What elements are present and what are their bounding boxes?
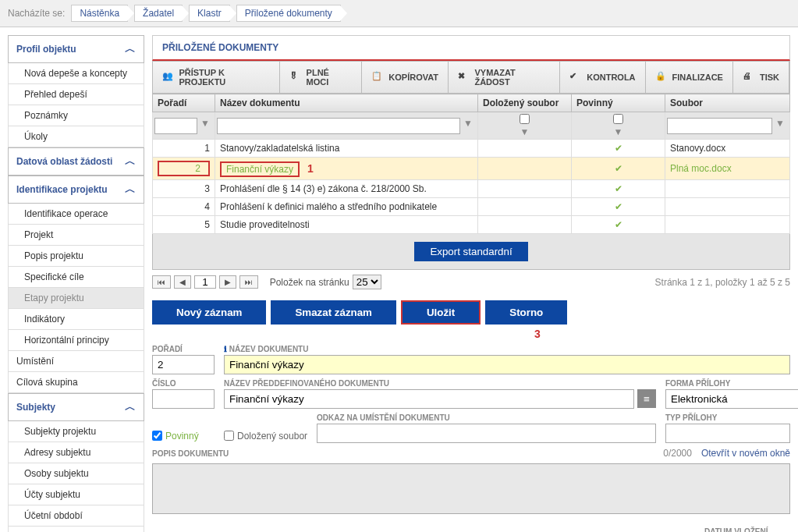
dolozeny-checkbox[interactable]: Doložený soubor [224,431,307,442]
sidebar-item-cznace[interactable]: CZ NACE [8,527,144,532]
sidebar-header-subjekty[interactable]: Subjekty︿ [8,393,144,421]
pager: ⏮ ◀ ▶ ⏭ Položek na stránku 25 Stránka 1 … [152,270,790,294]
toolbar-kontrola[interactable]: ✔KONTROLA [560,62,645,93]
toolbar-tisk[interactable]: 🖨TISK [733,62,789,93]
sidebar-item-umisteni[interactable]: Umístění [8,351,144,372]
predef-input[interactable] [224,389,634,409]
th-poradi[interactable]: Pořadí [153,94,215,112]
cislo-input[interactable] [152,389,215,409]
filter-icon[interactable]: ▼ [197,118,213,134]
table-row[interactable]: 3 Prohlášení dle § 14 (3) e) zákona č. 2… [153,180,790,198]
filter-dolozeny-cb[interactable] [480,114,569,124]
delete-button[interactable]: Smazat záznam [271,300,396,325]
filter-icon[interactable]: ▼ [611,126,626,137]
povinny-checkbox[interactable]: Povinný [152,431,199,442]
table-row[interactable]: 4 Prohlášení k definici malého a střední… [153,198,790,216]
cell-name: Studie proveditelnosti [215,216,478,234]
filter-icon[interactable]: ▼ [460,118,476,134]
sidebar-item-projekt[interactable]: Projekt [8,225,144,246]
toolbar-plnemoci[interactable]: 🎖PLNÉ MOCI [280,62,362,93]
export-button[interactable]: Export standardní [414,242,527,261]
typ-input[interactable] [665,424,790,443]
action-buttons: Nový záznam Smazat záznam Uložit Storno [152,300,790,325]
pager-prev[interactable]: ◀ [174,275,191,289]
th-soubor[interactable]: Soubor [665,94,790,112]
sidebar-item-ukoly[interactable]: Úkoly [8,126,144,147]
table-row[interactable]: 1 Stanovy/zakladatelská listina ✔ Stanov… [153,140,790,158]
cell-n: 1 [153,140,215,158]
perpage-select[interactable]: 25 [353,275,381,289]
save-button[interactable]: Uložit [403,302,479,323]
sidebar-item-osoby[interactable]: Osoby subjektu [8,463,144,484]
nazev-input[interactable] [224,355,790,374]
chevron-up-icon: ︿ [125,183,136,197]
pager-last[interactable]: ⏭ [239,275,258,289]
table-row[interactable]: 5 Studie proveditelnosti ✔ [153,216,790,234]
toolbar-pristup[interactable]: 👥PŘÍSTUP K PROJEKTU [153,62,280,93]
filter-icon[interactable]: ▼ [517,126,533,137]
filter-povinny-cb[interactable] [573,114,663,124]
crumb-dokumenty[interactable]: Přiložené dokumenty [236,5,341,22]
sidebar-item-adresy[interactable]: Adresy subjektu [8,442,144,463]
pager-next[interactable]: ▶ [219,275,236,289]
sidebar-item-operace[interactable]: Identifikace operace [8,204,144,225]
table-row[interactable]: 2 Finanční výkazy 1 ✔ Plná moc.docx [153,158,790,180]
pager-page[interactable] [194,275,216,289]
cell-file [665,198,790,216]
delete-icon: ✖ [458,71,470,83]
new-button[interactable]: Nový záznam [152,300,266,325]
forma-label: FORMA PŘÍLOHY [665,379,790,388]
cell-povinny: ✔ [572,180,665,198]
sidebar-item-prehled[interactable]: Přehled depeší [8,84,144,105]
sidebar-header-identifikace[interactable]: Identifikace projektu︿ [8,176,144,204]
sidebar-header-profil[interactable]: Profil objektu︿ [8,35,144,63]
cell-n: 5 [153,216,215,234]
page-info: Stránka 1 z 1, položky 1 až 5 z 5 [655,277,790,288]
sidebar-item-ucty[interactable]: Účty subjektu [8,484,144,505]
toolbar-kopirovat[interactable]: 📋KOPÍROVAT [362,62,449,93]
cell-povinny: ✔ [572,216,665,234]
page-title: PŘILOŽENÉ DOKUMENTY [152,35,790,61]
predef-label: NÁZEV PŘEDDEFINOVANÉHO DOKUMENTU [224,379,656,388]
sidebar-item-cile[interactable]: Specifické cíle [8,267,144,288]
chevron-up-icon: ︿ [125,42,136,56]
pager-first[interactable]: ⏮ [152,275,171,289]
crumb-zadatel[interactable]: Žadatel [134,5,183,22]
breadcrumb-label: Nacházíte se: [8,8,65,19]
cell-name: Prohlášení k definici malého a středního… [215,198,478,216]
sidebar-item-etapy[interactable]: Etapy projektu [8,288,144,309]
sidebar-item-ucetni[interactable]: Účetní období [8,505,144,527]
filter-soubor[interactable] [667,118,772,134]
filter-icon[interactable]: ▼ [772,118,788,134]
sidebar-item-cilova[interactable]: Cílová skupina [8,372,144,393]
sidebar-item-subj-proj[interactable]: Subjekty projektu [8,421,144,442]
popis-open-link[interactable]: Otevřít v novém okně [701,448,790,459]
cell-name: Stanovy/zakladatelská listina [215,140,478,158]
th-povinny[interactable]: Povinný [572,94,665,112]
cell-dolozeny [478,180,572,198]
toolbar-vymazat[interactable]: ✖VYMAZAT ŽÁDOST [449,62,560,93]
forma-input[interactable] [665,389,798,409]
th-nazev[interactable]: Název dokumentu [215,94,478,112]
breadcrumb: Nacházíte se: Nástěnka Žadatel Klastr Př… [0,0,798,27]
toolbar-finalizace[interactable]: 🔒FINALIZACE [646,62,733,93]
sidebar-item-poznamky[interactable]: Poznámky [8,105,144,126]
sidebar-header-datova[interactable]: Datová oblast žádosti︿ [8,147,144,176]
odkaz-input[interactable] [317,424,656,443]
popis-textarea[interactable] [152,463,790,514]
filter-poradi[interactable] [154,118,197,134]
cell-n: 4 [153,198,215,216]
sidebar-item-depese[interactable]: Nová depeše a koncepty [8,63,144,84]
sidebar-item-indikatory[interactable]: Indikátory [8,309,144,330]
poradi-input[interactable] [152,355,215,374]
crumb-klastr[interactable]: Klastr [189,5,230,22]
sidebar-item-popis[interactable]: Popis projektu [8,246,144,267]
popis-label: POPIS DOKUMENTU [152,449,229,458]
filter-nazev[interactable] [217,118,460,134]
crumb-nastenka[interactable]: Nástěnka [71,5,128,22]
sidebar-item-horizontal[interactable]: Horizontální principy [8,330,144,351]
th-dolozeny[interactable]: Doložený soubor [478,94,572,112]
people-icon: 👥 [162,71,174,83]
predef-lookup[interactable]: ≡ [637,389,656,408]
cancel-button[interactable]: Storno [485,300,567,325]
